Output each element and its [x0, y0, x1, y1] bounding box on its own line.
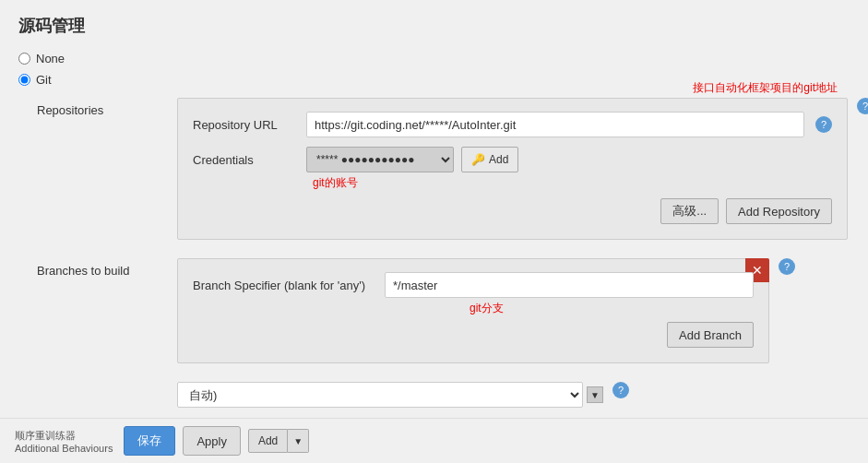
- annotation-credentials: git的账号: [313, 175, 358, 191]
- dropdown-help-icon[interactable]: ?: [612, 382, 629, 398]
- branches-buttons: Add Branch: [193, 322, 754, 348]
- add-dropdown-arrow[interactable]: ▼: [288, 429, 309, 453]
- save-button[interactable]: 保存: [124, 426, 175, 456]
- key-icon: 🔑: [471, 153, 485, 166]
- repo-url-label: Repository URL: [193, 118, 299, 132]
- repositories-help-icon[interactable]: ?: [857, 98, 868, 114]
- dropdown-row: 自动) ▼ ?: [37, 382, 850, 408]
- annotation-repo-url: 接口自动化框架项目的git地址: [693, 80, 838, 96]
- apply-button[interactable]: Apply: [183, 426, 241, 456]
- add-small-button[interactable]: Add: [248, 429, 288, 453]
- repositories-content: 接口自动化框架项目的git地址 Repository URL ? Credent…: [177, 98, 848, 240]
- branch-specifier-input[interactable]: [385, 272, 754, 298]
- add-button-group: Add ▼: [248, 429, 309, 453]
- branches-row: Branches to build ✕ Branch Specifier (bl…: [37, 258, 850, 363]
- radio-git-label: Git: [36, 73, 52, 87]
- radio-none-item: None: [18, 52, 850, 65]
- radio-git[interactable]: [18, 74, 30, 86]
- dropdown-arrow[interactable]: ▼: [587, 386, 603, 403]
- branches-label: Branches to build: [37, 258, 166, 278]
- branch-specifier-row: Branch Specifier (blank for 'any') git分支: [193, 272, 754, 298]
- dropdown-wrapper: 自动) ▼: [177, 382, 603, 408]
- repo-url-input[interactable]: [306, 112, 804, 137]
- credentials-label: Credentials: [193, 153, 299, 167]
- radio-none[interactable]: [18, 53, 30, 65]
- add-credentials-button[interactable]: 🔑 Add: [461, 147, 518, 172]
- credentials-wrapper: ***** ●●●●●●●●●●●: [306, 147, 454, 172]
- repo-url-row: Repository URL ?: [193, 112, 832, 137]
- repositories-buttons: 高级... Add Repository: [193, 198, 832, 224]
- main-dropdown[interactable]: 自动): [177, 382, 583, 408]
- repositories-row: Repositories 接口自动化框架项目的git地址 Repository …: [37, 98, 850, 240]
- page-container: 源码管理 None Git Repositories 接口自动化框架项目的git…: [0, 0, 868, 463]
- credentials-select[interactable]: ***** ●●●●●●●●●●●: [306, 147, 454, 172]
- advanced-button[interactable]: 高级...: [660, 198, 719, 224]
- repo-url-help-icon[interactable]: ?: [815, 116, 832, 133]
- bottom-bar: 顺序重训练器 Additional Behaviours 保存 Apply Ad…: [0, 418, 868, 463]
- section-container: Repositories 接口自动化框架项目的git地址 Repository …: [37, 98, 850, 408]
- radio-none-label: None: [36, 52, 65, 65]
- credentials-row: Credentials ***** ●●●●●●●●●●● 🔑 Add git的…: [193, 147, 832, 172]
- branch-specifier-label: Branch Specifier (blank for 'any'): [193, 279, 377, 292]
- add-branch-button[interactable]: Add Branch: [667, 322, 754, 348]
- repositories-section-with-help: 接口自动化框架项目的git地址 Repository URL ? Credent…: [177, 98, 868, 240]
- branches-section-with-help: ✕ Branch Specifier (blank for 'any') git…: [177, 258, 795, 363]
- bottom-label-group: 顺序重训练器 Additional Behaviours: [15, 429, 113, 454]
- annotation-branch: git分支: [470, 301, 504, 316]
- bottom-label: 顺序重训练器: [15, 429, 113, 443]
- dropdown-section-with-help: 自动) ▼ ?: [177, 382, 629, 408]
- repositories-label: Repositories: [37, 98, 166, 117]
- branches-help-icon[interactable]: ?: [779, 258, 795, 275]
- page-title: 源码管理: [18, 15, 850, 37]
- dropdown-label: [37, 382, 166, 387]
- add-repository-button[interactable]: Add Repository: [726, 198, 832, 224]
- additional-behaviours-label: Additional Behaviours: [15, 443, 113, 454]
- add-credentials-label: Add: [489, 153, 508, 166]
- branches-content: ✕ Branch Specifier (blank for 'any') git…: [177, 258, 769, 363]
